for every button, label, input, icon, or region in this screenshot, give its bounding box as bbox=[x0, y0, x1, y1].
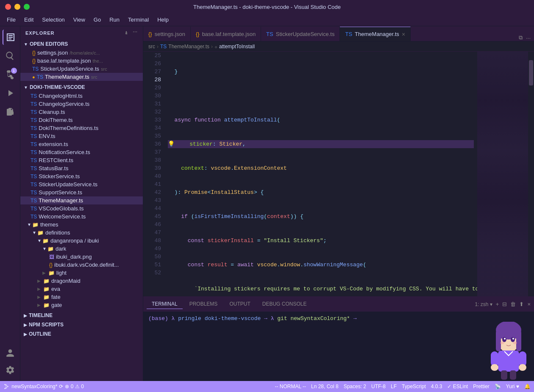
cursor-position[interactable]: Ln 28, Col 8 bbox=[311, 384, 339, 389]
file-changelogservice[interactable]: TS ChangelogService.ts bbox=[20, 100, 143, 108]
new-folder-icon[interactable]: ⋯ bbox=[133, 30, 138, 36]
file-vscodeglobals[interactable]: TS VSCodeGlobals.ts bbox=[20, 204, 143, 213]
file-dokithemedefs[interactable]: TS DokiThemeDefinitions.ts bbox=[20, 124, 143, 132]
modified-dot: ● bbox=[32, 75, 35, 80]
scrollbar[interactable] bbox=[528, 52, 534, 296]
folder-dark[interactable]: ▼ 📁 dark bbox=[20, 245, 143, 253]
breadcrumb-file[interactable]: ThemeManager.ts bbox=[168, 44, 209, 50]
open-editors-header[interactable]: ▼ OPEN EDITORS bbox=[20, 39, 143, 49]
file-ibuki-dark-png[interactable]: 🖼 ibuki_dark.png bbox=[20, 253, 143, 261]
terminal-session-select[interactable]: 1: zsh ▾ bbox=[475, 301, 492, 307]
folder-themes[interactable]: ▼ 📁 themes bbox=[20, 221, 143, 229]
delete-terminal-icon[interactable]: 🗑 bbox=[510, 301, 516, 307]
maximize-terminal-icon[interactable]: ⬆ bbox=[519, 301, 524, 307]
minimize-button[interactable] bbox=[14, 4, 20, 10]
file-welcomeservice[interactable]: TS WelcomeService.ts bbox=[20, 213, 143, 221]
folder-eva[interactable]: ▶ 📁 eva bbox=[20, 285, 143, 293]
tab-theme-manager[interactable]: TS ThemeManager.ts × bbox=[340, 27, 411, 41]
split-editor-icon[interactable]: ⧉ bbox=[519, 34, 523, 41]
folder-dragonmaid[interactable]: ▶ 📁 dragonMaid bbox=[20, 277, 143, 285]
settings-icon[interactable] bbox=[3, 362, 18, 378]
source-control-icon[interactable]: 1 bbox=[3, 67, 18, 82]
folder-gate[interactable]: ▶ 📁 gate bbox=[20, 301, 143, 309]
open-editors-section: ▼ OPEN EDITORS {} settings.json /home/al… bbox=[20, 39, 143, 81]
outline-header[interactable]: ▶ OUTLINE bbox=[20, 329, 143, 339]
search-icon[interactable] bbox=[3, 48, 18, 63]
tab-close-button[interactable]: × bbox=[402, 31, 405, 38]
folder-definitions[interactable]: ▼ 📁 definitions bbox=[20, 229, 143, 237]
indentation[interactable]: Spaces: 2 bbox=[344, 384, 366, 389]
file-statusbar[interactable]: TS StatusBar.ts bbox=[20, 164, 143, 172]
tab-sticker-service[interactable]: TS StickerUpdateService.ts bbox=[261, 27, 340, 41]
folder-danganronpa-ibuki[interactable]: ▼ 📁 danganronpa / ibuki bbox=[20, 237, 143, 245]
close-button[interactable] bbox=[5, 4, 11, 10]
language-mode[interactable]: TypeScript bbox=[402, 384, 426, 389]
character-name[interactable]: Yuri ♥ bbox=[506, 384, 519, 389]
menu-edit[interactable]: Edit bbox=[21, 15, 37, 25]
terminal-content[interactable]: (base) λ pringle doki-theme-vscode → λ g… bbox=[143, 312, 534, 381]
tab-settings-json[interactable]: {} settings.json bbox=[143, 27, 191, 41]
file-notificationservice[interactable]: TS NotificationService.ts bbox=[20, 148, 143, 156]
notification-icon[interactable]: 🔔 bbox=[524, 384, 531, 389]
run-debug-icon[interactable] bbox=[3, 86, 18, 101]
new-file-icon[interactable]: ﹠ bbox=[124, 30, 129, 36]
file-ibuki-dark-vscode[interactable]: {} ibuki.dark.vsCode.definit... bbox=[20, 261, 143, 269]
menu-help[interactable]: Help bbox=[154, 15, 172, 25]
tab-debug-console[interactable]: DEBUG CONSOLE bbox=[257, 299, 312, 309]
sync-icon[interactable]: ⟳ bbox=[59, 384, 63, 389]
menu-terminal[interactable]: Terminal bbox=[125, 15, 152, 25]
tab-problems[interactable]: PROBLEMS bbox=[184, 299, 223, 309]
code-line-34: `Installing stickers requires me to corr… bbox=[168, 285, 474, 293]
file-changeloghtml[interactable]: TS ChangelogHtml.ts bbox=[20, 92, 143, 100]
more-actions-icon[interactable]: ··· bbox=[526, 35, 531, 41]
file-env[interactable]: TS ENV.ts bbox=[20, 132, 143, 140]
menu-go[interactable]: Go bbox=[90, 15, 104, 25]
open-editor-theme-manager[interactable]: ● TS ThemeManager.ts src bbox=[20, 73, 143, 81]
file-stickerupdateservice[interactable]: TS StickerUpdateService.ts bbox=[20, 180, 143, 188]
remote-icon[interactable]: 📡 bbox=[495, 384, 501, 389]
folder-light[interactable]: ▶ 📁 light bbox=[20, 269, 143, 277]
file-restclient[interactable]: TS RESTClient.ts bbox=[20, 156, 143, 164]
folder-fate[interactable]: ▶ 📁 fate bbox=[20, 293, 143, 301]
errors-count[interactable]: ⊗ 0 ⚠ 0 bbox=[65, 384, 83, 389]
file-stickerservice[interactable]: TS StickerService.ts bbox=[20, 172, 143, 180]
ts-version[interactable]: 4.0.3 bbox=[431, 384, 442, 389]
code-editor[interactable]: } async function attemptToInstall( 💡 sti… bbox=[164, 52, 477, 296]
menu-run[interactable]: Run bbox=[106, 15, 123, 25]
file-thememanager[interactable]: TS ThemeManager.ts bbox=[20, 196, 143, 204]
file-supportservice[interactable]: TS SupportService.ts bbox=[20, 188, 143, 196]
sidebar-actions[interactable]: ﹠ ⋯ bbox=[124, 30, 138, 36]
open-editor-sticker-service[interactable]: TS StickerUpdateService.ts src bbox=[20, 65, 143, 73]
eslint-status[interactable]: ✓ ESLint bbox=[447, 384, 468, 389]
npm-scripts-header[interactable]: ▶ NPM SCRIPTS bbox=[20, 320, 143, 329]
new-terminal-icon[interactable]: + bbox=[496, 301, 499, 307]
file-dokitheme[interactable]: TS DokiTheme.ts bbox=[20, 116, 143, 124]
breadcrumb-function[interactable]: attemptToInstall bbox=[219, 44, 255, 50]
menu-selection[interactable]: Selection bbox=[39, 15, 68, 25]
line-ending[interactable]: LF bbox=[391, 384, 397, 389]
scrollbar-thumb[interactable] bbox=[529, 60, 533, 86]
git-branch[interactable]: newSyntaxColoring* bbox=[3, 384, 57, 390]
maximize-button[interactable] bbox=[24, 4, 30, 10]
menu-view[interactable]: View bbox=[70, 15, 89, 25]
account-icon[interactable] bbox=[3, 345, 18, 361]
file-cleanup[interactable]: TS Cleanup.ts bbox=[20, 108, 143, 116]
prettier-status[interactable]: Prettier bbox=[473, 384, 490, 389]
open-editor-base-laf[interactable]: {} base.laf.template.json the... bbox=[20, 57, 143, 65]
gate-chevron: ▶ bbox=[37, 303, 41, 307]
split-terminal-icon[interactable]: ⊟ bbox=[502, 301, 507, 307]
extensions-icon[interactable] bbox=[3, 104, 18, 119]
open-editor-settings-json[interactable]: {} settings.json /home/alex/c... bbox=[20, 49, 143, 57]
explorer-icon[interactable] bbox=[3, 30, 18, 45]
menu-file[interactable]: File bbox=[3, 15, 19, 25]
tab-output[interactable]: OUTPUT bbox=[224, 299, 255, 309]
tab-base-laf[interactable]: {} base.laf.template.json bbox=[191, 27, 261, 41]
close-terminal-icon[interactable]: × bbox=[527, 301, 531, 307]
file-extension[interactable]: TS extension.ts bbox=[20, 140, 143, 148]
tab-terminal[interactable]: TERMINAL bbox=[147, 299, 183, 309]
ts-icon: TS bbox=[31, 149, 37, 155]
timeline-header[interactable]: ▶ TIMELINE bbox=[20, 311, 143, 320]
project-header[interactable]: ▼ DOKI-THEME-VSCODE bbox=[20, 83, 143, 92]
eva-chevron: ▶ bbox=[37, 287, 41, 291]
encoding[interactable]: UTF-8 bbox=[371, 384, 386, 389]
